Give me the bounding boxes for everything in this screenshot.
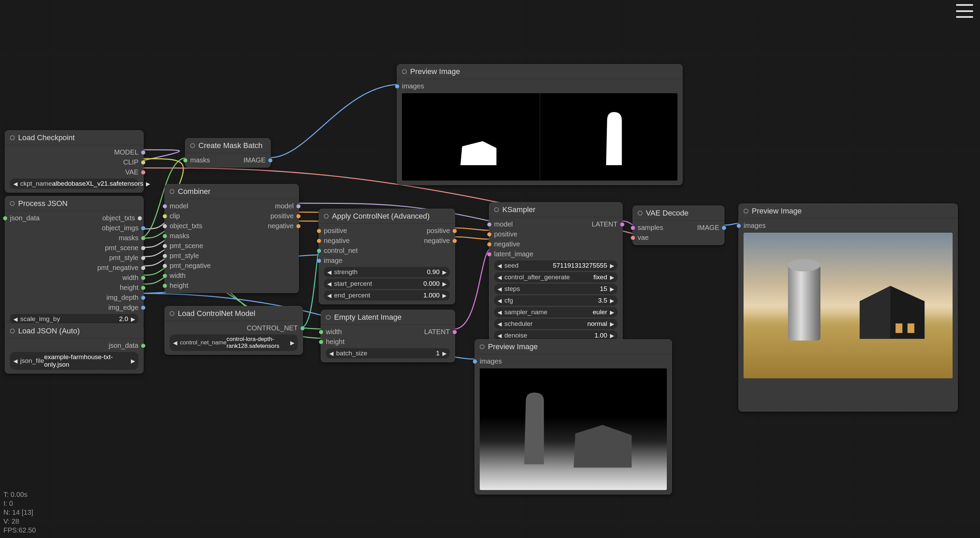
node-vae-decode[interactable]: VAE Decode samples vae IMAGE — [633, 205, 724, 245]
output-latent[interactable]: LATENT — [388, 327, 455, 337]
widget-sampler-name[interactable]: ◀sampler_nameeuler▶ — [494, 307, 617, 317]
node-title[interactable]: Preview Image — [475, 340, 671, 354]
input-control-net[interactable]: control_net — [319, 246, 455, 256]
output-latent[interactable]: LATENT — [556, 219, 622, 229]
output-positive[interactable]: positive — [387, 226, 455, 236]
node-preview-mask[interactable]: Preview Image images — [397, 64, 682, 185]
output-model[interactable]: MODEL — [5, 147, 143, 157]
node-title[interactable]: Apply ControlNet (Advanced) — [319, 209, 455, 224]
widget-start-percent[interactable]: ◀start_percent0.000▶ — [324, 279, 450, 289]
output-height[interactable]: height — [5, 283, 143, 293]
output-control-net[interactable]: CONTROL_NET — [165, 323, 302, 333]
input-pmt-style[interactable]: pmt_style — [165, 251, 299, 261]
widget-scale-img-by[interactable]: ◀scale_img_by2.0▶ — [10, 314, 138, 324]
input-images[interactable]: images — [397, 81, 682, 91]
output-image[interactable]: IMAGE — [678, 223, 724, 233]
output-json-data[interactable]: json_data — [5, 341, 143, 350]
input-vae[interactable]: vae — [633, 233, 724, 243]
input-images[interactable]: images — [475, 357, 671, 366]
preview-depth-image — [480, 368, 667, 490]
node-load-json[interactable]: Load JSON (Auto) json_data ◀json_fileexa… — [5, 323, 143, 374]
input-height[interactable]: height — [165, 281, 299, 291]
node-title[interactable]: Load ControlNet Model — [165, 306, 302, 321]
widget-batch-size[interactable]: ◀batch_size1▶ — [326, 348, 450, 358]
node-combiner[interactable]: Combiner model clip object_txts masks pm… — [164, 184, 299, 293]
widget-end-percent[interactable]: ◀end_percent1.000▶ — [324, 290, 450, 301]
output-negative[interactable]: negative — [387, 236, 455, 246]
svg-rect-0 — [788, 265, 821, 340]
input-pmt-scene[interactable]: pmt_scene — [165, 241, 299, 251]
node-title[interactable]: Preview Image — [739, 204, 958, 219]
node-title[interactable]: KSampler — [489, 202, 622, 217]
output-negative[interactable]: negative — [232, 221, 299, 231]
node-title[interactable]: Process JSON — [5, 196, 143, 211]
output-masks[interactable]: masks — [5, 233, 143, 243]
input-masks[interactable]: masks — [165, 231, 299, 241]
svg-point-1 — [788, 259, 820, 271]
input-height[interactable]: height — [321, 337, 455, 347]
preview-mask-images — [402, 93, 678, 181]
widget-json-file[interactable]: ◀json_fileexample-farmhouse-txt-only.jso… — [10, 352, 138, 370]
widget-strength[interactable]: ◀strength0.90▶ — [324, 267, 450, 277]
output-width[interactable]: width — [5, 273, 143, 283]
output-object-imgs[interactable]: object_imgs — [5, 223, 143, 233]
node-preview-final[interactable]: Preview Image images — [738, 204, 958, 412]
widget-ckpt-name[interactable]: ◀ckpt_namealbedobaseXL_v21.safetensors▶ — [10, 178, 138, 189]
widget-control-net-name[interactable]: ◀control_net_namecontrol-lora-depth-rank… — [170, 334, 298, 351]
node-ksampler[interactable]: KSampler model positive negative latent_… — [489, 202, 623, 344]
output-pmt-scene[interactable]: pmt_scene — [5, 243, 143, 253]
widget-steps[interactable]: ◀steps15▶ — [494, 284, 617, 294]
input-latent-image[interactable]: latent_image — [489, 249, 622, 259]
menu-button[interactable] — [956, 4, 973, 18]
node-process-json[interactable]: Process JSON json_data object_txts objec… — [5, 196, 143, 328]
node-create-mask-batch[interactable]: Create Mask Batch masks IMAGE — [185, 138, 271, 167]
node-title[interactable]: Load JSON (Auto) — [5, 324, 143, 339]
input-negative[interactable]: negative — [489, 239, 622, 249]
node-title[interactable]: Preview Image — [397, 64, 682, 79]
output-clip[interactable]: CLIP — [5, 157, 143, 167]
svg-rect-3 — [907, 323, 914, 333]
svg-rect-2 — [896, 323, 902, 333]
widget-cfg[interactable]: ◀cfg3.5▶ — [494, 295, 617, 306]
output-img-depth[interactable]: img_depth — [5, 293, 143, 302]
input-image[interactable]: image — [319, 256, 455, 266]
node-title[interactable]: Create Mask Batch — [185, 138, 270, 153]
node-title[interactable]: Combiner — [165, 185, 299, 199]
node-load-controlnet[interactable]: Load ControlNet Model CONTROL_NET ◀contr… — [164, 306, 303, 355]
widget-control-after-generate[interactable]: ◀control_after_generatefixed▶ — [494, 272, 617, 282]
input-width[interactable]: width — [165, 271, 299, 281]
output-positive[interactable]: positive — [232, 211, 299, 221]
output-pmt-negative[interactable]: pmt_negative — [5, 263, 143, 273]
node-preview-depth[interactable]: Preview Image images — [474, 339, 672, 495]
node-title[interactable]: Load Checkpoint — [5, 131, 143, 145]
stats-display: T: 0.00s I: 0 N: 14 [13] V: 28 FPS:62.50 — [3, 490, 36, 535]
node-title[interactable]: Empty Latent Image — [321, 310, 455, 325]
output-object-txts[interactable]: object_txts — [99, 213, 140, 223]
input-positive[interactable]: positive — [489, 229, 622, 239]
output-image[interactable]: IMAGE — [228, 155, 270, 165]
widget-seed[interactable]: ◀seed571191313275555▶ — [494, 260, 617, 271]
node-load-checkpoint[interactable]: Load Checkpoint MODEL CLIP VAE ◀ckpt_nam… — [5, 130, 143, 193]
output-vae[interactable]: VAE — [5, 167, 143, 177]
input-images[interactable]: images — [739, 221, 958, 231]
node-title[interactable]: VAE Decode — [633, 206, 724, 221]
preview-output-image — [744, 233, 953, 378]
output-pmt-style[interactable]: pmt_style — [5, 253, 143, 263]
widget-scheduler[interactable]: ◀schedulernormal▶ — [494, 319, 617, 329]
output-model[interactable]: model — [232, 201, 299, 211]
output-img-edge[interactable]: img_edge — [5, 302, 143, 312]
input-pmt-negative[interactable]: pmt_negative — [165, 261, 299, 271]
node-apply-controlnet[interactable]: Apply ControlNet (Advanced) positive neg… — [319, 209, 455, 304]
input-masks[interactable]: masks — [185, 155, 228, 165]
node-empty-latent[interactable]: Empty Latent Image width height LATENT ◀… — [321, 310, 455, 362]
